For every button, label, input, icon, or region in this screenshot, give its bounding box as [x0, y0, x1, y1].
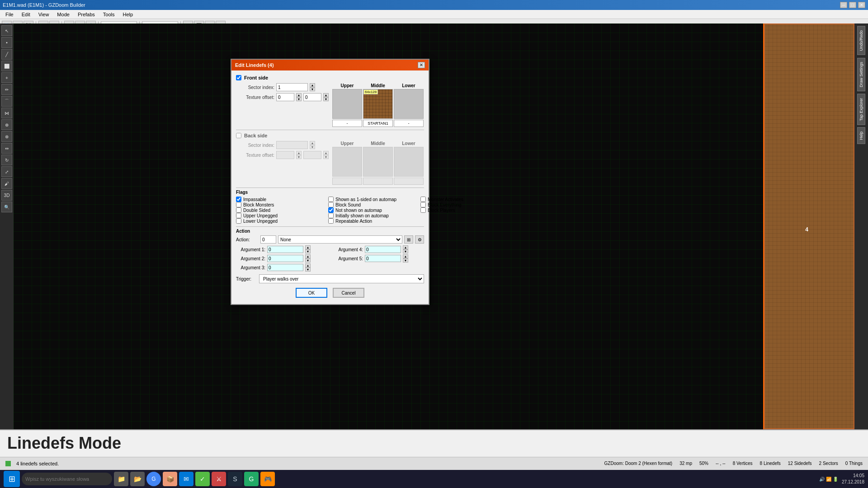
offset-y-up[interactable]: ▲ — [323, 93, 329, 97]
flag-initially-shown-check[interactable] — [328, 213, 334, 218]
right-sidebar: Undo/Redo Draw Settings Tap Explorer Hel… — [854, 23, 868, 429]
ok-button[interactable]: OK — [296, 288, 327, 298]
flags-title: Flags — [236, 190, 424, 195]
minimize-button[interactable]: ─ — [840, 2, 847, 8]
flag-upper-unpegged-check[interactable] — [236, 213, 241, 218]
menu-tools[interactable]: Tools — [99, 11, 118, 18]
menu-file[interactable]: File — [2, 11, 17, 18]
action-number-input[interactable] — [260, 235, 276, 244]
taskbar-icon-mail[interactable]: ✉ — [179, 472, 193, 486]
offset-y-down[interactable]: ▼ — [323, 97, 329, 101]
flag-not-shown-automap-check[interactable] — [328, 207, 334, 213]
offset-x-down[interactable]: ▼ — [296, 97, 302, 101]
dialog-close-button[interactable]: ✕ — [418, 62, 425, 68]
tex-upper-name-input[interactable] — [332, 120, 362, 127]
taskbar-icon-app4[interactable]: G — [244, 472, 259, 486]
tool-vertex[interactable]: • — [1, 37, 12, 48]
tool-draw[interactable]: ✏ — [1, 84, 12, 95]
menu-prefabs[interactable]: Prefabs — [74, 11, 99, 18]
action-title: Action — [236, 229, 424, 234]
tool-line[interactable]: ╱ — [1, 49, 12, 60]
arg4-up[interactable]: ▲ — [403, 245, 408, 249]
tex-lower-box[interactable] — [394, 89, 424, 119]
flag-shown-1sided-check[interactable] — [328, 197, 334, 202]
trigger-dropdown[interactable]: Player walks over — [259, 274, 424, 283]
tool-paint[interactable]: 🖌 — [1, 178, 12, 189]
flag-double-sided-check[interactable] — [236, 207, 241, 213]
tool-sector[interactable]: ⬜ — [1, 61, 12, 71]
arg4-input[interactable] — [365, 246, 401, 253]
arg3-up[interactable]: ▲ — [305, 263, 311, 267]
menu-mode[interactable]: Mode — [53, 11, 73, 18]
tool-merge[interactable]: ⊕ — [1, 119, 12, 130]
tool-magnify[interactable]: 🔍 — [1, 202, 12, 212]
arg2-label: Argument 2: — [236, 256, 265, 261]
tool-split[interactable]: ⊗ — [1, 131, 12, 142]
flag-lower-unpegged-check[interactable] — [236, 218, 241, 224]
taskbar-icon-app1[interactable]: 📦 — [163, 472, 177, 486]
flag-monster-activates-check[interactable] — [420, 197, 426, 202]
tool-bridge[interactable]: ⋈ — [1, 108, 12, 118]
arg5-up[interactable]: ▲ — [403, 254, 408, 258]
offset-x-up[interactable]: ▲ — [296, 93, 302, 97]
close-button[interactable]: ✕ — [858, 2, 865, 8]
taskbar-icon-chrome[interactable]: G — [146, 472, 161, 486]
taskbar-search[interactable] — [22, 473, 112, 485]
arg2-up[interactable]: ▲ — [305, 254, 311, 258]
flag-block-monsters-check[interactable] — [236, 202, 241, 207]
start-button[interactable]: ⊞ — [4, 471, 20, 487]
tex-lower-name-input[interactable] — [394, 120, 424, 127]
tab-undo-redo[interactable]: Undo/Redo — [857, 26, 865, 55]
tool-thing[interactable]: + — [1, 72, 12, 83]
back-side-checkbox[interactable] — [236, 133, 241, 138]
action-dropdown[interactable]: None — [278, 235, 402, 244]
taskbar-icon-app2[interactable]: ✓ — [195, 472, 210, 486]
menu-view[interactable]: View — [35, 11, 53, 18]
tex-upper-box[interactable] — [332, 89, 362, 119]
left-toolbar: ↖ • ╱ ⬜ + ✏ ⌒ ⋈ ⊕ ⊗ ⇔ ↻ ⤢ 🖌 3D 🔍 — [0, 23, 14, 429]
front-side-checkbox[interactable] — [236, 75, 241, 80]
taskbar-icon-app5[interactable]: 🎮 — [260, 472, 275, 486]
tex-middle-name-input[interactable] — [363, 120, 393, 127]
action-clear-button[interactable]: ⚙ — [415, 235, 424, 244]
tool-3d[interactable]: 3D — [1, 190, 12, 201]
action-browse-button[interactable]: ⊞ — [404, 235, 413, 244]
sector-index-up[interactable]: ▲ — [310, 83, 315, 87]
sector-index-down[interactable]: ▼ — [310, 87, 315, 91]
menu-help[interactable]: Help — [119, 11, 137, 18]
arg2-input[interactable] — [267, 255, 303, 262]
arg1-up[interactable]: ▲ — [305, 245, 311, 249]
arg5-input[interactable] — [365, 255, 401, 262]
flag-impassable-check[interactable] — [236, 197, 241, 202]
texture-offset-x-input[interactable] — [276, 93, 294, 101]
tool-rotate[interactable]: ↻ — [1, 155, 12, 165]
texture-offset-y-input[interactable] — [303, 93, 321, 101]
maximize-button[interactable]: □ — [849, 2, 856, 8]
flag-repeatable-check[interactable] — [328, 218, 334, 224]
cancel-button[interactable]: Cancel — [333, 288, 364, 298]
tool-scale[interactable]: ⤢ — [1, 166, 12, 177]
taskbar-icon-app3[interactable]: ⚔ — [212, 472, 226, 486]
tex-middle-box[interactable]: 64x128 — [363, 89, 393, 119]
flag-block-everything-check[interactable] — [420, 202, 426, 207]
arg1-down[interactable]: ▼ — [305, 249, 311, 253]
tool-curve[interactable]: ⌒ — [1, 96, 12, 107]
taskbar-icon-explorer[interactable]: 📁 — [114, 472, 128, 486]
arg1-input[interactable] — [267, 246, 303, 253]
tab-help[interactable]: Help — [857, 127, 865, 144]
taskbar-icon-steam[interactable]: S — [228, 472, 242, 486]
arg3-input[interactable] — [267, 264, 303, 271]
arg4-down[interactable]: ▼ — [403, 249, 408, 253]
tool-flip[interactable]: ⇔ — [1, 143, 12, 154]
menu-edit[interactable]: Edit — [18, 11, 34, 18]
taskbar-icon-files[interactable]: 📂 — [130, 472, 145, 486]
tab-draw-settings[interactable]: Draw Settings — [857, 58, 865, 91]
tool-select[interactable]: ↖ — [1, 25, 12, 36]
sector-index-input[interactable] — [276, 83, 308, 91]
tab-tap-explorer[interactable]: Tap Explorer — [857, 94, 865, 125]
arg3-down[interactable]: ▼ — [305, 267, 311, 272]
flag-block-players-check[interactable] — [420, 207, 426, 213]
arg5-down[interactable]: ▼ — [403, 258, 408, 263]
flag-block-sound-check[interactable] — [328, 202, 334, 207]
arg2-down[interactable]: ▼ — [305, 258, 311, 263]
